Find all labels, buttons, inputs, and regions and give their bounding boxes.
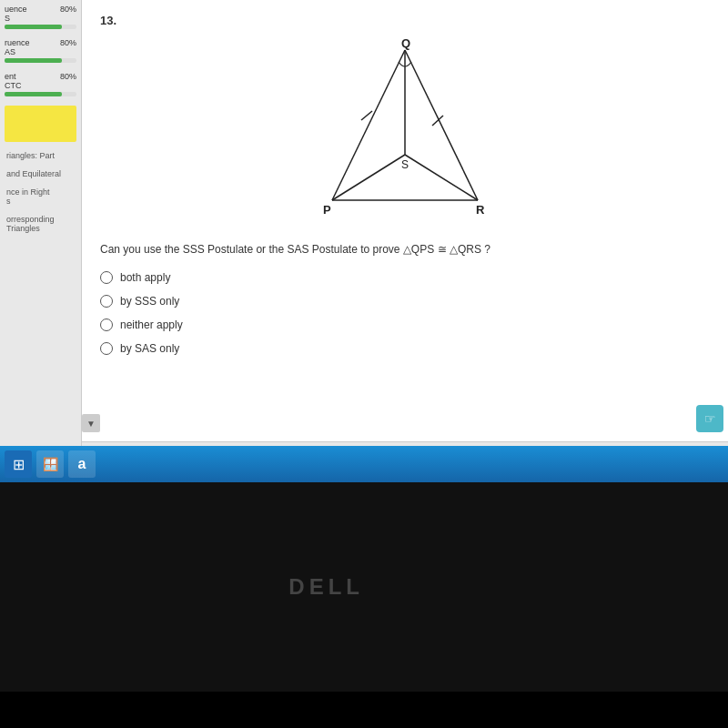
- answer-label-c: neither apply: [120, 318, 183, 331]
- svg-line-6: [361, 111, 372, 120]
- answer-option-c[interactable]: neither apply: [100, 318, 710, 331]
- svg-text:Q: Q: [401, 36, 410, 50]
- question-number: 13.: [100, 14, 710, 27]
- answer-label-b: by SSS only: [120, 295, 179, 308]
- answer-label-a: both apply: [120, 271, 170, 284]
- answer-option-d[interactable]: by SAS only: [100, 342, 710, 355]
- sidebar: uence 80% S ruence 80% AS ent 80% CTC ri…: [0, 0, 82, 482]
- radio-b[interactable]: [100, 295, 113, 308]
- sidebar-percent-1: 80%: [60, 5, 76, 14]
- answer-label-d: by SAS only: [120, 342, 179, 355]
- sidebar-sublabel-3: CTC: [5, 81, 76, 90]
- sidebar-label-1: uence: [5, 5, 27, 14]
- sidebar-sublabel-2: AS: [5, 47, 76, 56]
- nav-down-arrow[interactable]: ▼: [82, 414, 100, 432]
- triangle-diagram: Q P R S: [100, 36, 710, 228]
- start-button[interactable]: ⊞: [5, 450, 32, 478]
- sidebar-item-congruence1[interactable]: uence 80% S: [5, 5, 76, 29]
- taskbar-icon-a[interactable]: a: [68, 450, 96, 478]
- sidebar-sublabel-1: S: [5, 14, 76, 23]
- svg-text:R: R: [476, 203, 485, 217]
- sidebar-percent-2: 80%: [60, 38, 76, 47]
- answer-option-b[interactable]: by SSS only: [100, 295, 710, 308]
- sidebar-text-triangles-part[interactable]: riangles: Part: [5, 149, 76, 162]
- sidebar-percent-3: 80%: [60, 72, 76, 81]
- sidebar-text-equilateral[interactable]: and Equilateral: [5, 167, 76, 180]
- corner-action-button[interactable]: ☞: [696, 405, 723, 432]
- svg-text:S: S: [401, 158, 409, 171]
- sidebar-text-right[interactable]: nce in Rights: [5, 186, 76, 207]
- radio-c[interactable]: [100, 318, 113, 331]
- svg-text:P: P: [323, 203, 331, 217]
- sidebar-label-3: ent: [5, 72, 16, 81]
- radio-d[interactable]: [100, 342, 113, 355]
- main-content: 13.: [82, 0, 728, 482]
- radio-a[interactable]: [100, 271, 113, 284]
- sidebar-item-congruence3[interactable]: ent 80% CTC: [5, 72, 76, 96]
- sidebar-item-congruence2[interactable]: ruence 80% AS: [5, 38, 76, 63]
- dell-logo: DELL: [288, 574, 364, 600]
- taskbar: ⊞ 🪟 a: [0, 446, 728, 482]
- taskbar-icon-window[interactable]: 🪟: [36, 450, 64, 478]
- question-text: Can you use the SSS Postulate or the SAS…: [100, 241, 710, 258]
- answer-option-a[interactable]: both apply: [100, 271, 710, 284]
- sidebar-yellow-highlight: [5, 106, 76, 142]
- sidebar-text-corresponding[interactable]: orrespondingTriangles: [5, 213, 76, 235]
- sidebar-label-2: ruence: [5, 38, 30, 47]
